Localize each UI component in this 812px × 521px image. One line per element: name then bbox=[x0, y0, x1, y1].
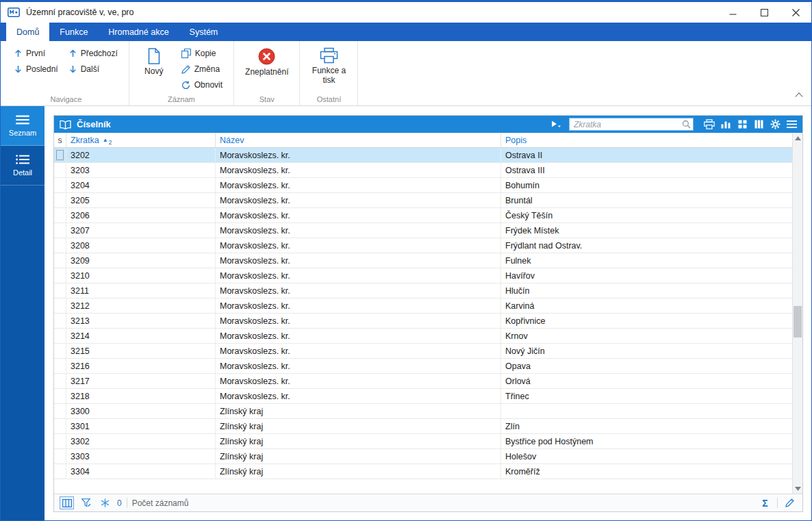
settings-button[interactable] bbox=[767, 117, 783, 131]
next-record-button[interactable]: Další bbox=[65, 62, 122, 77]
copy-button[interactable]: Kopie bbox=[177, 46, 227, 61]
table-row[interactable]: 3215 Moravskoslezs. kr. Nový Jičín bbox=[54, 344, 792, 359]
book-icon bbox=[60, 120, 71, 129]
cell-zkratka: 3210 bbox=[66, 268, 216, 283]
invalidate-button[interactable]: Zneplatnění bbox=[241, 46, 292, 77]
first-record-button[interactable]: První bbox=[10, 46, 62, 61]
filter-edit-button[interactable] bbox=[79, 496, 93, 509]
cell-zkratka: 3300 bbox=[66, 404, 216, 418]
table-row[interactable]: 3302 Zlínský kraj Bystřice pod Hostýnem bbox=[54, 434, 792, 449]
table-row[interactable]: 3217 Moravskoslezs. kr. Orlová bbox=[54, 374, 792, 389]
new-button[interactable]: Nový bbox=[136, 46, 172, 77]
cell-zkratka: 3214 bbox=[66, 329, 216, 343]
cell-popis: Opava bbox=[501, 359, 792, 373]
titlebar: Územní pracoviště v, ve, pro bbox=[1, 2, 811, 23]
table-row[interactable]: 3206 Moravskoslezs. kr. Český Těšín bbox=[54, 208, 792, 223]
copy-icon bbox=[181, 49, 191, 58]
table-row[interactable]: 3211 Moravskoslezs. kr. Hlučín bbox=[54, 283, 792, 298]
table-row[interactable]: 3216 Moravskoslezs. kr. Opava bbox=[54, 359, 792, 374]
close-icon bbox=[792, 9, 800, 16]
table-row[interactable]: 3204 Moravskoslezs. kr. Bohumín bbox=[54, 178, 792, 193]
scrollbar-thumb[interactable] bbox=[794, 306, 802, 338]
tab-domu[interactable]: Domů bbox=[6, 23, 49, 41]
functions-print-button[interactable]: Funkce a tisk bbox=[307, 46, 351, 86]
maximize-button[interactable] bbox=[748, 2, 780, 23]
cell-s bbox=[54, 268, 66, 283]
bar-chart-icon bbox=[721, 120, 731, 129]
table-row[interactable]: 3213 Moravskoslezs. kr. Kopřivnice bbox=[54, 314, 792, 329]
triangle-up-icon bbox=[795, 136, 801, 140]
sort-indicator: ▲ 2 bbox=[103, 137, 112, 144]
cell-zkratka: 3218 bbox=[66, 389, 216, 403]
chart-button[interactable] bbox=[718, 117, 733, 131]
menu-button[interactable] bbox=[784, 117, 799, 131]
refresh-button[interactable]: Obnovit bbox=[177, 77, 227, 92]
sum-button[interactable]: Σ bbox=[758, 496, 772, 509]
table-row[interactable]: 3209 Moravskoslezs. kr. Fulnek bbox=[54, 253, 792, 268]
collapse-ribbon-button[interactable] bbox=[795, 92, 802, 100]
table-row[interactable]: 3212 Moravskoslezs. kr. Karviná bbox=[54, 298, 792, 314]
search-input[interactable] bbox=[574, 120, 682, 129]
record-count: 0 bbox=[117, 498, 122, 508]
tab-hromadne-akce[interactable]: Hromadné akce bbox=[98, 23, 179, 41]
sidebar-item-label: Seznam bbox=[9, 129, 36, 137]
column-header-popis[interactable]: Popis bbox=[501, 133, 792, 147]
vertical-scrollbar[interactable] bbox=[792, 133, 802, 494]
columns-button[interactable] bbox=[751, 117, 766, 131]
scrollbar-track[interactable] bbox=[793, 143, 802, 483]
sidebar-item-detail[interactable]: Detail bbox=[1, 146, 45, 186]
table-row[interactable]: 3202 Moravskoslezs. kr. Ostrava II bbox=[54, 148, 792, 163]
arrow-down-icon bbox=[14, 65, 22, 73]
column-header-nazev[interactable]: Název bbox=[216, 133, 501, 147]
cell-nazev: Moravskoslezs. kr. bbox=[216, 374, 501, 388]
table-row[interactable]: 3203 Moravskoslezs. kr. Ostrava III bbox=[54, 163, 792, 178]
cell-popis: Karviná bbox=[501, 298, 792, 313]
pivot-button[interactable] bbox=[735, 117, 750, 131]
divider bbox=[777, 498, 778, 508]
table-row[interactable]: 3214 Moravskoslezs. kr. Krnov bbox=[54, 329, 792, 344]
refresh-icon bbox=[181, 81, 190, 90]
cell-nazev: Moravskoslezs. kr. bbox=[216, 178, 501, 192]
column-header-zkratka[interactable]: Zkratka ▲ 2 bbox=[66, 133, 216, 147]
cell-popis: Fulnek bbox=[501, 253, 792, 268]
scroll-up-button[interactable] bbox=[793, 133, 802, 143]
app-icon[interactable] bbox=[8, 8, 20, 17]
last-record-button[interactable]: Poslední bbox=[10, 62, 62, 77]
divider bbox=[127, 498, 127, 508]
table-row[interactable]: 3303 Zlínský kraj Holešov bbox=[54, 449, 792, 464]
cell-zkratka: 3304 bbox=[66, 464, 216, 479]
minimize-button[interactable] bbox=[717, 2, 748, 23]
table-row[interactable]: 3207 Moravskoslezs. kr. Frýdek Místek bbox=[54, 223, 792, 238]
cell-zkratka: 3206 bbox=[66, 208, 216, 223]
cell-nazev: Moravskoslezs. kr. bbox=[216, 193, 501, 207]
close-button[interactable] bbox=[780, 2, 811, 23]
sidebar-item-seznam[interactable]: Seznam bbox=[1, 106, 45, 146]
table-row[interactable]: 3300 Zlínský kraj bbox=[54, 404, 792, 419]
table-row[interactable]: 3301 Zlínský kraj Zlín bbox=[54, 419, 792, 434]
table-row[interactable]: 3208 Moravskoslezs. kr. Frýdlant nad Ost… bbox=[54, 238, 792, 253]
table-row[interactable]: 3304 Zlínský kraj Kroměříž bbox=[54, 464, 792, 479]
tab-system[interactable]: Systém bbox=[179, 23, 229, 41]
edit-button[interactable] bbox=[783, 496, 797, 509]
previous-record-button[interactable]: Předchozí bbox=[65, 46, 122, 61]
scroll-down-button[interactable] bbox=[793, 483, 802, 494]
cell-zkratka: 3216 bbox=[66, 359, 216, 373]
table-row[interactable]: 3205 Moravskoslezs. kr. Bruntál bbox=[54, 193, 792, 208]
print-button[interactable] bbox=[702, 117, 717, 131]
freeze-button[interactable] bbox=[98, 496, 112, 509]
cell-popis: Holešov bbox=[501, 449, 792, 463]
table-row[interactable]: 3218 Moravskoslezs. kr. Třinec bbox=[54, 389, 792, 404]
cell-popis: Bruntál bbox=[501, 193, 792, 207]
cell-nazev: Moravskoslezs. kr. bbox=[216, 238, 501, 253]
column-header-s[interactable]: s bbox=[54, 133, 66, 147]
cell-zkratka: 3208 bbox=[66, 238, 216, 253]
ribbon-group-stav: Zneplatnění Stav bbox=[234, 41, 300, 105]
tab-funkce[interactable]: Funkce bbox=[49, 23, 98, 41]
table-row[interactable]: 3210 Moravskoslezs. kr. Havířov bbox=[54, 268, 792, 283]
search-icon[interactable] bbox=[682, 120, 691, 129]
cell-zkratka: 3204 bbox=[66, 178, 216, 192]
table-area: s Zkratka ▲ 2 Název Popis bbox=[54, 133, 802, 494]
view-columns-button[interactable] bbox=[60, 496, 74, 509]
continue-button[interactable] bbox=[548, 117, 563, 131]
change-button[interactable]: Změna bbox=[177, 62, 227, 77]
